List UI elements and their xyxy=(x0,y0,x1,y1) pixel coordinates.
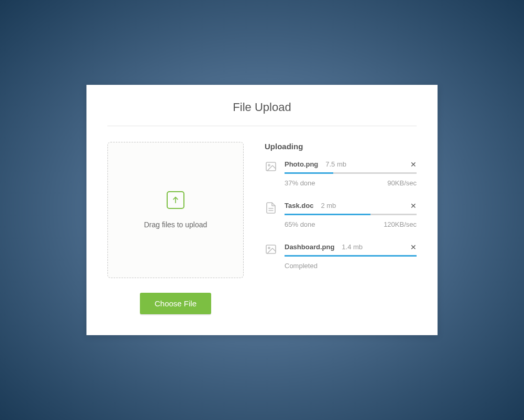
file-foot: 37% done 90KB/sec xyxy=(285,179,417,187)
dropzone[interactable]: Drag files to upload xyxy=(107,142,244,278)
close-icon[interactable]: ✕ xyxy=(410,161,417,168)
file-head: Dashboard.png 1.4 mb ✕ xyxy=(285,243,417,251)
left-column: Drag files to upload Choose File xyxy=(107,142,244,314)
image-icon xyxy=(265,243,277,256)
image-icon xyxy=(265,160,277,173)
upload-icon xyxy=(167,191,184,209)
file-body: Task.doc 2 mb ✕ 65% done 120KB/sec xyxy=(285,202,417,228)
file-item: Photo.png 7.5 mb ✕ 37% done 90KB/sec xyxy=(265,160,417,187)
progress-fill xyxy=(285,214,370,215)
progress-fill xyxy=(285,255,417,257)
document-icon xyxy=(265,202,277,214)
svg-point-2 xyxy=(268,164,270,166)
file-name: Task.doc xyxy=(285,202,313,209)
svg-point-6 xyxy=(268,247,270,249)
file-body: Dashboard.png 1.4 mb ✕ Completed xyxy=(285,243,417,270)
file-body: Photo.png 7.5 mb ✕ 37% done 90KB/sec xyxy=(285,160,417,187)
card-title: File Upload xyxy=(107,101,417,126)
file-size: 7.5 mb xyxy=(325,160,346,168)
file-name: Dashboard.png xyxy=(285,243,334,251)
file-head: Task.doc 2 mb ✕ xyxy=(285,202,417,209)
upload-speed: 120KB/sec xyxy=(384,220,417,228)
file-size: 1.4 mb xyxy=(342,243,363,251)
file-head: Photo.png 7.5 mb ✕ xyxy=(285,160,417,168)
file-foot: Completed xyxy=(285,262,417,270)
dropzone-text: Drag files to upload xyxy=(144,220,208,229)
upload-card: File Upload Drag files to upload Choose … xyxy=(86,85,438,335)
card-content: Drag files to upload Choose File Uploadi… xyxy=(107,142,417,314)
right-column: Uploading Photo.png 7.5 mb ✕ 37 xyxy=(265,142,417,314)
close-icon[interactable]: ✕ xyxy=(410,202,417,209)
upload-speed: 90KB/sec xyxy=(387,179,417,187)
file-item: Dashboard.png 1.4 mb ✕ Completed xyxy=(265,243,417,270)
close-icon[interactable]: ✕ xyxy=(410,244,417,251)
progress-bar xyxy=(285,214,417,215)
progress-status: Completed xyxy=(285,262,318,270)
uploading-heading: Uploading xyxy=(265,142,417,151)
progress-status: 37% done xyxy=(285,179,315,187)
file-name: Photo.png xyxy=(285,160,318,168)
file-foot: 65% done 120KB/sec xyxy=(285,220,417,228)
progress-bar xyxy=(285,255,417,257)
choose-file-button[interactable]: Choose File xyxy=(140,293,211,314)
progress-status: 65% done xyxy=(285,220,315,228)
progress-fill xyxy=(285,172,333,174)
progress-bar xyxy=(285,172,417,174)
file-item: Task.doc 2 mb ✕ 65% done 120KB/sec xyxy=(265,202,417,228)
file-size: 2 mb xyxy=(321,202,336,209)
